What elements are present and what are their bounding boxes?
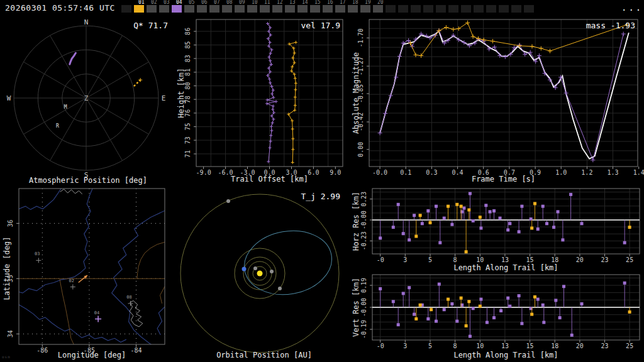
- station-chip-box: [247, 5, 257, 13]
- trail-offset-plot: -9.0-6.0-3.00.03.06.09.08685838180787675…: [176, 18, 352, 186]
- station-chip-box: [285, 5, 295, 13]
- station-chip-box: [310, 5, 320, 13]
- station-chip-x24: [423, 0, 436, 18]
- station-chip-02[interactable]: 02: [147, 0, 159, 18]
- station-chip-label: 09: [239, 0, 245, 5]
- station-chip-box: [436, 5, 446, 13]
- station-chip-label: 18: [352, 0, 358, 5]
- svg-text:13: 13: [501, 343, 509, 349]
- station-chip-label: 05: [189, 0, 195, 5]
- horz-res-ylabel: Horz Res [km]: [352, 192, 360, 251]
- station-chip-box: [461, 5, 471, 13]
- station-chip-01[interactable]: 01: [134, 0, 147, 18]
- station-chip-x27: [461, 0, 474, 18]
- orbit-caption: Orbital Position [AU]: [176, 351, 352, 359]
- station-chip-label: 10: [252, 0, 258, 5]
- svg-text:N: N: [84, 18, 89, 26]
- station-chip-12[interactable]: 12: [272, 0, 285, 18]
- svg-text:-0: -0: [377, 343, 384, 349]
- q-asymptotic-stat: Q* 71.7: [133, 21, 168, 30]
- station-chip-box: [272, 5, 282, 13]
- station-chip-05[interactable]: 05: [184, 0, 197, 18]
- svg-text:34: 34: [7, 330, 14, 337]
- station-chip-label: 14: [302, 0, 308, 5]
- station-chip-04[interactable]: 04: [172, 0, 184, 18]
- svg-text:-0.19: -0.19: [360, 320, 367, 339]
- utc-timestamp: 20260301 05:57:46 UTC: [5, 0, 115, 16]
- station-chip-box: [373, 5, 383, 13]
- svg-text:5: 5: [428, 343, 432, 349]
- station-chip-20[interactable]: 20: [373, 0, 386, 18]
- svg-text:03: 03: [35, 251, 40, 256]
- svg-text:0.19: 0.19: [360, 278, 367, 293]
- station-chip-03[interactable]: 03: [159, 0, 172, 18]
- station-chip-x0: [121, 0, 134, 18]
- station-chip-box: [222, 5, 232, 13]
- station-chip-box: [423, 5, 433, 13]
- vert-res-ylabel: Vert Res [km]: [352, 278, 360, 337]
- longitude-xlabel: Longitude [deg]: [19, 351, 165, 359]
- svg-text:W: W: [7, 94, 11, 102]
- map-attribution: osm: [2, 354, 11, 359]
- orbit-diagram: [176, 186, 352, 362]
- light-curve-plot: -0.00.10.30.40.60.70.91.01.21.31.4-1.70-…: [352, 18, 644, 186]
- station-chip-x30: [499, 0, 511, 18]
- station-chip-16[interactable]: 16: [323, 0, 335, 18]
- ground-map-plot: 03020804-86-85-84343536: [0, 186, 176, 362]
- station-chip-box: [121, 5, 131, 13]
- vert-res-xlabel: Length Along Trail [km]: [372, 351, 640, 359]
- station-chip-label: 16: [327, 0, 333, 5]
- panel-sky-position: NESWZMR Q* 71.7 Atmospheric Position [de…: [0, 18, 176, 186]
- overflow-menu-icon[interactable]: ...: [621, 0, 643, 15]
- trail-xlabel: Trail Offset [km]: [196, 175, 343, 184]
- station-chip-17[interactable]: 17: [335, 0, 348, 18]
- tisserand-stat: T_j 2.99: [301, 192, 340, 201]
- svg-text:04: 04: [94, 310, 99, 315]
- station-chip-x32: [524, 0, 536, 18]
- station-chip-label: 12: [277, 0, 283, 5]
- station-chip-15[interactable]: 15: [310, 0, 323, 18]
- panel-orbit: T_j 2.99 Orbital Position [AU]: [176, 186, 352, 362]
- svg-text:10: 10: [476, 343, 484, 349]
- station-chip-19[interactable]: 19: [360, 0, 373, 18]
- panel-light-curve: -0.00.10.30.40.60.70.91.01.21.31.4-1.70-…: [352, 18, 644, 186]
- station-chip-06[interactable]: 06: [197, 0, 209, 18]
- svg-text:36: 36: [7, 219, 14, 227]
- station-chip-13[interactable]: 13: [285, 0, 297, 18]
- station-chip-11[interactable]: 11: [260, 0, 272, 18]
- station-chip-box: [184, 5, 194, 13]
- station-chip-label: 20: [377, 0, 384, 5]
- panel-ground-map: 03020804-86-85-84343536 Latitude [deg] L…: [0, 186, 176, 362]
- svg-text:02: 02: [69, 278, 74, 283]
- station-chip-label: 19: [365, 0, 371, 5]
- station-chip-box: [323, 5, 333, 13]
- horz-res-xlabel: Length Along Trail [km]: [372, 263, 640, 272]
- station-chip-14[interactable]: 14: [297, 0, 310, 18]
- svg-text:8: 8: [453, 343, 457, 349]
- station-chip-box: [297, 5, 308, 13]
- trail-ylabel: Height [km]: [177, 68, 186, 118]
- panel-residuals: -0358101315182023250.23-0.00-0.23 -03581…: [352, 186, 644, 362]
- svg-text:15: 15: [526, 343, 534, 349]
- station-chip-box: [134, 5, 144, 13]
- svg-text:M: M: [64, 104, 67, 110]
- station-chip-box: [209, 5, 219, 13]
- station-chip-18[interactable]: 18: [348, 0, 360, 18]
- station-chip-10[interactable]: 10: [247, 0, 260, 18]
- station-chip-label: 07: [214, 0, 220, 5]
- station-chip-07[interactable]: 07: [209, 0, 222, 18]
- svg-text:83: 83: [184, 55, 191, 62]
- station-chip-label: 01: [138, 0, 145, 5]
- station-chip-box: [335, 5, 345, 13]
- station-chip-box: [147, 5, 157, 13]
- station-chip-label: 11: [264, 0, 270, 5]
- svg-text:85: 85: [184, 41, 191, 49]
- station-chip-x26: [448, 0, 461, 18]
- mass-stat: mass -1.93: [586, 21, 635, 30]
- station-chip-08[interactable]: 08: [222, 0, 235, 18]
- station-chip-label: 02: [151, 0, 157, 5]
- station-chip-09[interactable]: 09: [235, 0, 247, 18]
- svg-text:-0.00: -0.00: [360, 298, 367, 317]
- sky-caption: Atmospheric Position [deg]: [0, 176, 176, 185]
- svg-text:08: 08: [126, 295, 131, 300]
